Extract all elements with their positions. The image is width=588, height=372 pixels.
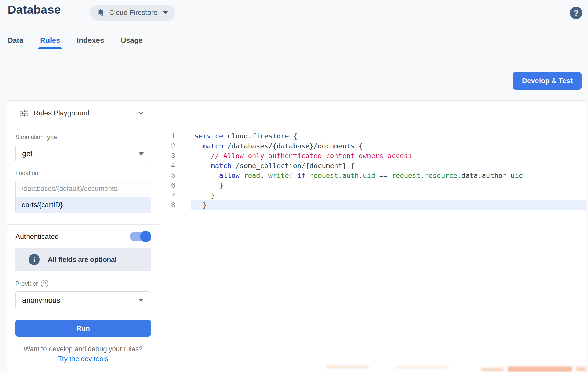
line-number: 2 [159, 141, 175, 151]
provider-value: anonymous [22, 296, 138, 305]
code-token: == [375, 172, 391, 179]
code-token: request [391, 172, 420, 179]
line-number: 3 [159, 151, 175, 161]
help-icon[interactable]: ? [570, 7, 582, 19]
code-token: /databases/{database}/documents { [223, 142, 363, 150]
page-title: Database [8, 3, 61, 16]
line-number-gutter: 12345678 [159, 131, 191, 372]
product-chip-label: Cloud Firestore [109, 9, 157, 17]
line-number: 6 [159, 180, 175, 190]
footer-question: Want to develop and debug your rules? [15, 345, 151, 353]
authenticated-toggle[interactable] [130, 232, 150, 241]
code-token: auth [342, 172, 359, 179]
code-token: write [268, 172, 289, 179]
location-input[interactable]: carts/{cartID} [16, 197, 151, 213]
code-token: allow [219, 172, 240, 179]
tab-rules[interactable]: Rules [40, 32, 60, 49]
tabs-bar: Data Rules Indexes Usage [0, 32, 588, 49]
dropdown-caret-icon [138, 152, 144, 155]
divider [7, 224, 159, 225]
editor-header [159, 101, 586, 126]
code-token: . [420, 172, 424, 179]
editor-body[interactable]: 12345678 service cloud.firestore { match… [159, 126, 586, 372]
code-token: cloud.firestore { [223, 132, 297, 140]
simulation-type-value: get [22, 150, 138, 158]
tab-usage[interactable]: Usage [121, 32, 143, 49]
info-icon: i [29, 254, 40, 265]
help-circle-icon[interactable]: ? [41, 280, 48, 287]
code-area[interactable]: service cloud.firestore { match /databas… [191, 131, 586, 372]
code-line[interactable]: allow read, write: if request.auth.uid =… [191, 171, 586, 180]
rules-card: Rules Playground Simulation type get Loc… [7, 100, 586, 372]
tab-indexes[interactable]: Indexes [77, 32, 104, 49]
firestore-icon [96, 8, 105, 17]
location-label: Location [15, 170, 151, 177]
authenticated-row: Authenticated [15, 232, 151, 241]
code-token: /some_collection/{document} { [231, 162, 355, 170]
info-banner-text: All fields are optional [48, 256, 117, 264]
code-token [194, 172, 219, 179]
code-token: .data.author_uid [457, 172, 523, 179]
code-line[interactable]: } [191, 190, 586, 200]
code-token: : [289, 172, 297, 179]
tab-label: Indexes [77, 36, 104, 45]
tab-active-underline [38, 47, 62, 49]
location-field-group: /databases/(default)/documents carts/{ca… [15, 180, 151, 213]
line-number: 5 [159, 171, 175, 180]
develop-test-button[interactable]: Develop & Test [513, 72, 582, 90]
rules-editor: 12345678 service cloud.firestore { match… [159, 101, 586, 372]
simulation-type-label: Simulation type [15, 134, 151, 141]
chevron-down-icon [163, 11, 168, 14]
code-token: } [194, 201, 207, 209]
authenticated-label: Authenticated [15, 232, 59, 241]
tab-data[interactable]: Data [8, 32, 23, 49]
location-prefix: /databases/(default)/documents [16, 180, 151, 197]
dev-tools-link[interactable]: Try the dev tools [58, 355, 108, 363]
product-selector-chip[interactable]: Cloud Firestore [90, 5, 175, 21]
line-number: 4 [159, 161, 175, 171]
rules-playground-panel: Rules Playground Simulation type get Loc… [7, 101, 159, 372]
line-number: 8 [159, 200, 175, 210]
code-token: service [194, 132, 223, 140]
tab-label: Usage [121, 36, 143, 45]
code-token [194, 162, 211, 170]
info-banner: i All fields are optional [15, 248, 151, 271]
code-token: match [203, 142, 223, 150]
provider-label: Provider [15, 280, 38, 287]
footer-link-row: Try the dev tools [15, 355, 151, 363]
code-token: resource [424, 172, 457, 179]
code-token [305, 172, 309, 179]
tab-label: Data [8, 36, 23, 45]
chevron-down-icon[interactable] [137, 109, 145, 117]
code-token [240, 172, 244, 179]
provider-select[interactable]: anonymous [15, 291, 151, 309]
code-line[interactable]: match /databases/{database}/documents { [191, 141, 586, 151]
run-button[interactable]: Run [15, 320, 151, 337]
rules-playground-header[interactable]: Rules Playground [7, 101, 159, 126]
rules-playground-title: Rules Playground [34, 109, 132, 117]
code-token: } [194, 191, 215, 199]
code-token: if [297, 172, 305, 179]
rules-playground-body: Simulation type get Location /databases/… [7, 126, 159, 363]
code-token [194, 142, 203, 150]
code-line[interactable]: service cloud.firestore { [191, 131, 586, 141]
tab-label: Rules [40, 36, 60, 45]
code-token: . [338, 172, 342, 179]
code-line[interactable]: } [191, 180, 586, 190]
code-token: match [211, 162, 231, 170]
line-number: 1 [159, 131, 175, 141]
provider-label-row: Provider ? [15, 280, 151, 287]
code-line[interactable]: // Allow only authenticated content owne… [191, 151, 586, 161]
code-token: read [244, 172, 260, 179]
code-line[interactable]: } [191, 200, 586, 210]
toggle-thumb [140, 231, 151, 242]
code-line[interactable]: match /some_collection/{document} { [191, 161, 586, 171]
simulation-type-select[interactable]: get [15, 145, 151, 162]
code-token: request [309, 172, 338, 179]
code-token: } [194, 181, 223, 189]
text-cursor [207, 207, 211, 207]
line-number: 7 [159, 190, 175, 200]
code-token: , [260, 172, 268, 179]
code-token: . [359, 172, 363, 179]
tune-icon [19, 109, 29, 118]
